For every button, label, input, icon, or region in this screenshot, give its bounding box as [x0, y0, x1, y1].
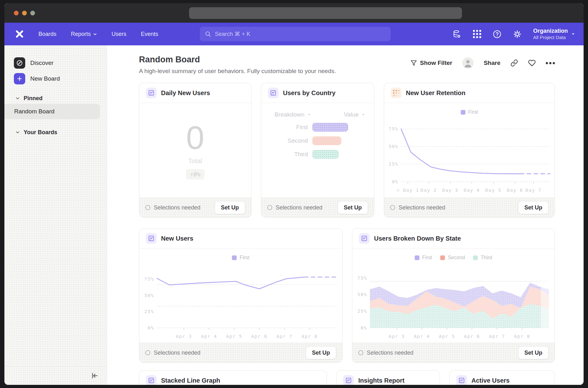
nav-item-events[interactable]: Events: [141, 31, 158, 37]
copy-link-button[interactable]: [510, 59, 518, 67]
bar-row: Second: [261, 136, 374, 145]
line-chart-icon: [343, 375, 354, 385]
share-label: Share: [484, 60, 500, 66]
nav-item-reports[interactable]: Reports: [71, 31, 97, 37]
primary-nav: Boards Reports Users Events: [38, 31, 158, 37]
retention-chart-body: First 75%50%25%0%< Day 1Day 2Day 3Day 4D…: [384, 103, 555, 197]
svg-text:0%: 0%: [361, 325, 367, 330]
sidebar-item-label: Discover: [30, 60, 54, 66]
sidebar-item-discover[interactable]: Discover: [4, 56, 107, 70]
settings-gear-icon[interactable]: [513, 30, 522, 38]
legend-label: First: [422, 255, 432, 260]
sidebar-collapse-button[interactable]: [90, 371, 99, 380]
setup-button[interactable]: Set Up: [215, 201, 245, 214]
sidebar-section-pinned[interactable]: Pinned: [4, 93, 107, 104]
window-minimize-button[interactable]: [22, 11, 27, 15]
card-users-by-state: Users Broken Down By State FirstSecondTh…: [352, 228, 555, 363]
card-title: Daily New Users: [161, 89, 210, 97]
line-chart-icon: [268, 88, 279, 98]
search-icon: [205, 31, 211, 37]
legend-item[interactable]: Third: [473, 255, 492, 260]
status-selections-needed: Selections needed: [358, 350, 413, 356]
sidebar-item-label: Random Board: [14, 108, 55, 115]
svg-text:50%: 50%: [144, 293, 154, 298]
new-users-chart-body: First 75%50%25%0%Apr 3Apr 4Apr 5Apr 6Apr…: [139, 248, 342, 343]
show-filter-label: Show Filter: [420, 60, 452, 66]
apps-grid-icon[interactable]: [473, 30, 481, 38]
plus-icon: [14, 73, 25, 84]
sidebar-footer: [4, 366, 107, 385]
svg-text:Apr 8: Apr 8: [514, 334, 530, 339]
share-button[interactable]: Share: [484, 60, 500, 66]
legend-label: First: [239, 255, 249, 260]
mixpanel-logo-icon[interactable]: [14, 29, 25, 39]
status-circle-icon: [358, 350, 363, 355]
sidebar-item-random-board[interactable]: Random Board: [4, 104, 100, 119]
link-icon: [510, 59, 518, 67]
chart-legend: FirstSecondThird: [352, 255, 555, 260]
sidebar-item-new-board[interactable]: New Board: [4, 72, 107, 86]
bar-row: First: [261, 123, 374, 132]
chevron-down-icon: [15, 96, 20, 100]
avatar[interactable]: [462, 57, 474, 69]
svg-text:Day 3: Day 3: [442, 188, 458, 193]
setup-button[interactable]: Set Up: [518, 201, 549, 214]
card-stacked-line-graph: Stacked Line Graph: [139, 370, 327, 385]
svg-text:Apr 5: Apr 5: [226, 334, 242, 339]
breakdown-dropdown[interactable]: Breakdown: [274, 111, 311, 118]
card-new-user-retention: New User Retention First 75%50%25%0%< Da…: [384, 83, 555, 218]
svg-text:75%: 75%: [144, 277, 154, 282]
svg-text:Apr 3: Apr 3: [389, 334, 405, 339]
legend-swatch: [473, 255, 478, 260]
svg-text:Day 4: Day 4: [464, 188, 480, 193]
svg-text:50%: 50%: [389, 144, 398, 149]
card-title: Users by Country: [283, 89, 336, 97]
favorite-button[interactable]: [528, 59, 536, 67]
sidebar-section-your-boards[interactable]: Your Boards: [4, 127, 107, 138]
svg-text:Apr 6: Apr 6: [251, 334, 267, 339]
legend-item[interactable]: First: [415, 255, 432, 260]
legend-item[interactable]: First: [461, 109, 478, 115]
svg-text:25%: 25%: [357, 309, 367, 314]
org-project: All Project Data: [533, 35, 566, 41]
browser-window: Boards Reports Users Events Search ⌘ + K: [4, 3, 584, 385]
window-zoom-button[interactable]: [30, 11, 35, 15]
svg-text:0%: 0%: [148, 325, 154, 330]
metric-body: 0 Total ↑0%: [139, 103, 251, 197]
org-switcher[interactable]: Organization All Project Data: [533, 27, 575, 40]
metric-value: 0: [186, 121, 205, 154]
browser-url-bar[interactable]: [189, 7, 462, 19]
status-label: Selections needed: [399, 204, 445, 211]
svg-text:Day 5: Day 5: [485, 188, 501, 193]
page-header-text: Random Board A high-level summary of use…: [139, 55, 336, 75]
line-chart-icon: [146, 375, 157, 385]
new-users-line-chart: 75%50%25%0%Apr 3Apr 4Apr 5Apr 6Apr 7Apr …: [142, 265, 339, 344]
chart-legend: First: [139, 255, 342, 260]
setup-button[interactable]: Set Up: [518, 346, 549, 359]
show-filter-button[interactable]: Show Filter: [411, 60, 452, 66]
status-circle-icon: [145, 350, 150, 355]
sidebar: Discover New Board Pinned Random Board Y…: [4, 45, 107, 385]
setup-button[interactable]: Set Up: [306, 346, 336, 359]
search-placeholder: Search ⌘ + K: [215, 31, 251, 37]
window-close-button[interactable]: [14, 11, 19, 15]
setup-button[interactable]: Set Up: [337, 201, 368, 214]
nav-item-boards[interactable]: Boards: [38, 31, 56, 37]
value-dropdown[interactable]: Value: [344, 111, 365, 118]
help-icon[interactable]: [493, 30, 502, 38]
search-input[interactable]: Search ⌘ + K: [200, 27, 391, 41]
metric-delta-badge: ↑0%: [186, 169, 205, 180]
svg-text:25%: 25%: [389, 162, 398, 167]
svg-text:75%: 75%: [389, 126, 398, 131]
more-options-button[interactable]: [546, 62, 555, 64]
data-management-icon[interactable]: [453, 30, 461, 38]
heart-icon: [528, 59, 536, 67]
nav-item-users[interactable]: Users: [112, 31, 126, 37]
bar-label: Second: [261, 137, 308, 144]
svg-text:Apr 8: Apr 8: [302, 334, 318, 339]
status-circle-icon: [267, 205, 272, 210]
legend-item[interactable]: Second: [440, 255, 465, 260]
desktop-background: { "nav": { "items": [ {"label": "Boards"…: [0, 0, 588, 388]
legend-label: Second: [448, 255, 465, 260]
legend-item[interactable]: First: [232, 255, 249, 260]
